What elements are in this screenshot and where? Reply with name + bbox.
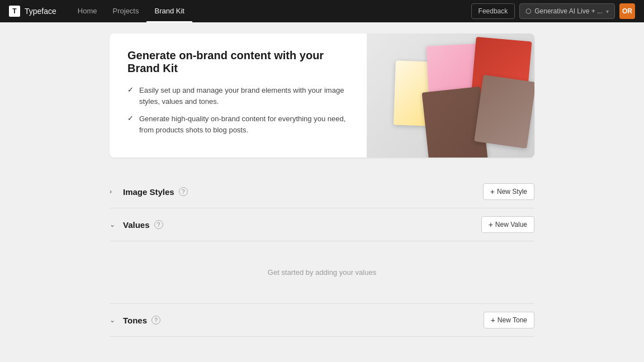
- collage-item-3: [474, 75, 534, 149]
- hero-content: Generate on-brand content with your Bran…: [110, 34, 367, 158]
- image-styles-help-icon[interactable]: ?: [179, 187, 188, 196]
- new-value-label: New Value: [495, 221, 527, 228]
- gen-ai-button[interactable]: ⬡ Generative AI Live + ... ▾: [519, 3, 615, 19]
- checkmark-icon-1: ✓: [127, 85, 134, 94]
- chevron-down-icon-tones: ⌄: [110, 316, 119, 324]
- nav-projects[interactable]: Projects: [105, 0, 147, 22]
- chevron-down-icon-values: ⌄: [110, 221, 119, 228]
- tones-help-icon[interactable]: ?: [151, 316, 160, 325]
- values-empty-state: Get started by adding your values: [110, 241, 534, 303]
- image-styles-title: Image Styles: [123, 187, 174, 197]
- values-title: Values: [123, 220, 150, 230]
- hero-text-1: Easily set up and manage your brand elem…: [139, 85, 349, 107]
- tones-header[interactable]: ⌄ Tones ? + New Tone: [110, 304, 534, 337]
- logo-icon: T: [9, 6, 20, 17]
- hero-card: Generate on-brand content with your Bran…: [110, 34, 534, 158]
- hero-text-2: Generate high-quality on-brand content f…: [139, 113, 349, 135]
- tones-section: ⌄ Tones ? + New Tone Get started by addi…: [110, 304, 534, 362]
- gen-ai-icon: ⬡: [525, 7, 531, 15]
- tones-empty-state: Get started by adding your tones: [110, 337, 534, 362]
- hero-title: Generate on-brand content with your Bran…: [127, 49, 349, 75]
- hero-image: [367, 34, 534, 158]
- avatar[interactable]: OR: [619, 3, 635, 19]
- gen-ai-label: Generative AI Live + ...: [534, 7, 603, 15]
- chevron-right-icon: ›: [110, 188, 119, 196]
- nav-links: Home Projects Brand Kit: [70, 0, 471, 22]
- logo-text: Typeface: [25, 7, 56, 16]
- plus-icon: +: [490, 187, 495, 196]
- tones-left: ⌄ Tones ?: [110, 316, 160, 325]
- nav-brand-kit[interactable]: Brand Kit: [146, 0, 192, 22]
- plus-icon-tone: +: [491, 316, 495, 325]
- checkmark-icon-2: ✓: [127, 114, 134, 122]
- new-style-label: New Style: [497, 188, 527, 196]
- new-style-button[interactable]: + New Style: [483, 183, 534, 200]
- values-section: ⌄ Values ? + New Value Get started by ad…: [110, 208, 534, 303]
- image-styles-header[interactable]: › Image Styles ? + New Style: [110, 175, 534, 208]
- image-styles-left: › Image Styles ?: [110, 187, 188, 197]
- hero-item-2: ✓ Generate high-quality on-brand content…: [127, 113, 349, 135]
- values-left: ⌄ Values ?: [110, 220, 163, 230]
- navigation: T Typeface Home Projects Brand Kit Feedb…: [0, 0, 644, 22]
- new-tone-label: New Tone: [498, 316, 527, 324]
- new-tone-button[interactable]: + New Tone: [484, 312, 534, 328]
- main-content: Generate on-brand content with your Bran…: [110, 22, 534, 362]
- new-value-button[interactable]: + New Value: [481, 216, 534, 233]
- nav-home[interactable]: Home: [70, 0, 105, 22]
- chevron-down-icon: ▾: [606, 8, 609, 15]
- nav-actions: Feedback ⬡ Generative AI Live + ... ▾ OR: [471, 3, 635, 19]
- image-styles-section: › Image Styles ? + New Style: [110, 175, 534, 208]
- hero-collage: [367, 34, 534, 158]
- plus-icon-value: +: [489, 220, 493, 229]
- tones-title: Tones: [123, 316, 147, 325]
- logo[interactable]: T Typeface: [9, 6, 56, 17]
- values-help-icon[interactable]: ?: [154, 220, 163, 229]
- feedback-button[interactable]: Feedback: [471, 3, 515, 19]
- hero-item-1: ✓ Easily set up and manage your brand el…: [127, 85, 349, 107]
- values-header[interactable]: ⌄ Values ? + New Value: [110, 208, 534, 241]
